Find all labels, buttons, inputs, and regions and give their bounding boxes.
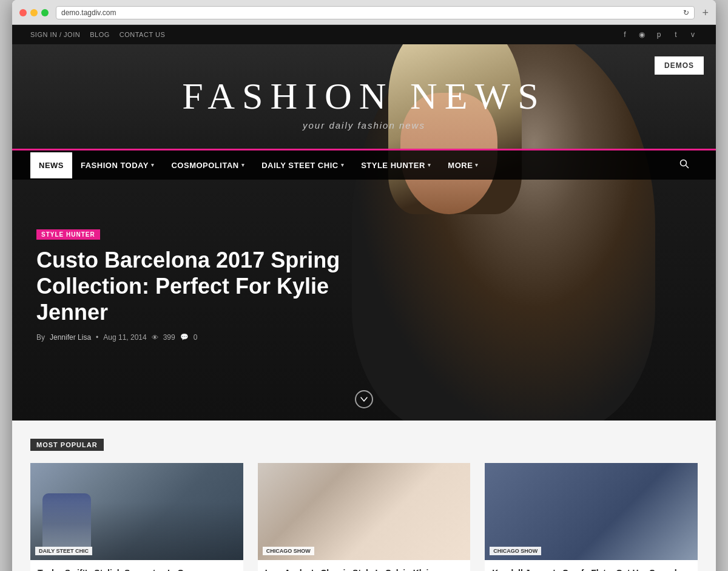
nav-item-fashion-today[interactable]: FASHION TODAY ▾ [72, 152, 163, 178]
hero-category-tag[interactable]: STYLE HUNTER [36, 229, 100, 240]
site-subtitle: your daily fashion news [24, 120, 704, 130]
hero-separator: • [96, 333, 98, 342]
hero-author[interactable]: Jennifer Lisa [50, 333, 91, 342]
card-image-1: Daily steet chic [30, 463, 243, 560]
card-3[interactable]: Chicago show Kendall Jenner's Comfy Flat… [485, 463, 698, 571]
comments-icon: 💬 [180, 333, 189, 341]
minimize-button[interactable] [30, 9, 38, 16]
twitter-icon[interactable]: t [671, 30, 681, 39]
signin-link[interactable]: SIGN IN / JOIN [30, 31, 80, 38]
close-button[interactable] [19, 9, 27, 16]
hero-comments: 0 [194, 333, 198, 342]
site-content: SIGN IN / JOIN BLOG CONTACT US f ◉ p t v [12, 25, 716, 571]
nav-item-cosmopolitan[interactable]: COSMOPOLITAN ▾ [163, 152, 253, 178]
chevron-down-icon: ▾ [151, 162, 155, 168]
top-bar: SIGN IN / JOIN BLOG CONTACT US f ◉ p t v [12, 25, 716, 44]
reload-icon[interactable]: ↻ [683, 8, 689, 17]
instagram-icon[interactable]: ◉ [637, 30, 647, 39]
card-image-2: Chicago show [258, 463, 471, 560]
chevron-down-icon: ▾ [475, 162, 479, 168]
main-nav: NEWS FASHION TODAY ▾ COSMOPOLITAN ▾ DAIL… [12, 149, 716, 180]
social-icons: f ◉ p t v [620, 30, 698, 39]
new-tab-button[interactable]: + [702, 7, 709, 19]
address-bar: demo.tagdiv.com ↻ [56, 6, 695, 19]
hero-views: 399 [163, 333, 175, 342]
scroll-down-button[interactable] [355, 390, 373, 408]
site-header: FASHION NEWS your daily fashion news [12, 44, 716, 149]
search-button[interactable] [671, 150, 698, 180]
traffic-lights [19, 9, 49, 16]
content-section: MOST POPULAR Daily steet chic Taylor Swi… [12, 421, 716, 571]
card-1[interactable]: Daily steet chic Taylor Swift's Stylish … [30, 463, 243, 571]
card-body-1: Taylor Swift's Stylish Separates In Germ… [30, 560, 243, 571]
card-title-3: Kendall Jenner's Comfy Flats: Get Her Ca… [492, 567, 690, 571]
card-body-2: Iggy Azalea's Classic Style In Calvin Kl… [258, 560, 471, 571]
url-text: demo.tagdiv.com [61, 8, 116, 17]
hero-date: Aug 11, 2014 [103, 333, 146, 342]
nav-item-more[interactable]: MORE ▾ [439, 152, 487, 178]
hero-title: Custo Barcelona 2017 Spring Collection: … [36, 247, 400, 326]
maximize-button[interactable] [41, 9, 49, 16]
browser-controls: demo.tagdiv.com ↻ + [19, 6, 709, 19]
hero-section: DEMOS FASHION NEWS your daily fashion ne… [12, 44, 716, 421]
site-title: FASHION NEWS [24, 75, 704, 118]
contact-link[interactable]: CONTACT US [120, 31, 166, 38]
scroll-indicator[interactable] [12, 384, 716, 421]
nav-item-daily-steet-chic[interactable]: DAILY STEET CHIC ▾ [253, 152, 352, 178]
card-title-1: Taylor Swift's Stylish Separates In Germ… [38, 567, 236, 571]
facebook-icon[interactable]: f [620, 30, 630, 39]
card-tag-2: Chicago show [263, 547, 314, 555]
browser-window: demo.tagdiv.com ↻ + SIGN IN / JOIN BLOG … [12, 0, 716, 571]
chevron-down-icon: ▾ [428, 162, 431, 168]
card-image-3: Chicago show [485, 463, 698, 560]
blog-link[interactable]: BLOG [90, 31, 110, 38]
pinterest-icon[interactable]: p [654, 30, 664, 39]
nav-item-style-hunter[interactable]: STYLE HUNTER ▾ [352, 152, 439, 178]
chevron-down-icon: ▾ [341, 162, 345, 168]
nav-item-news[interactable]: NEWS [30, 152, 72, 178]
browser-chrome: demo.tagdiv.com ↻ + [12, 0, 716, 25]
vimeo-icon[interactable]: v [688, 30, 698, 39]
most-popular-label: MOST POPULAR [30, 439, 104, 451]
top-bar-links: SIGN IN / JOIN BLOG CONTACT US [30, 31, 165, 38]
card-body-3: Kendall Jenner's Comfy Flats: Get Her Ca… [485, 560, 698, 571]
card-title-2: Iggy Azalea's Classic Style In Calvin Kl… [265, 567, 463, 571]
hero-by-label: By [36, 333, 45, 342]
demos-button[interactable]: DEMOS [655, 56, 704, 75]
cards-grid: Daily steet chic Taylor Swift's Stylish … [30, 463, 698, 571]
hero-meta: By Jennifer Lisa • Aug 11, 2014 👁 399 💬 … [36, 333, 692, 342]
card-2[interactable]: Chicago show Iggy Azalea's Classic Style… [258, 463, 471, 571]
hero-content: STYLE HUNTER Custo Barcelona 2017 Spring… [12, 180, 716, 384]
card-tag-3: Chicago show [490, 547, 541, 555]
views-icon: 👁 [152, 334, 158, 341]
chevron-down-icon: ▾ [241, 162, 245, 168]
svg-line-1 [686, 166, 689, 169]
card-tag-1: Daily steet chic [35, 547, 92, 555]
svg-point-0 [681, 160, 687, 166]
